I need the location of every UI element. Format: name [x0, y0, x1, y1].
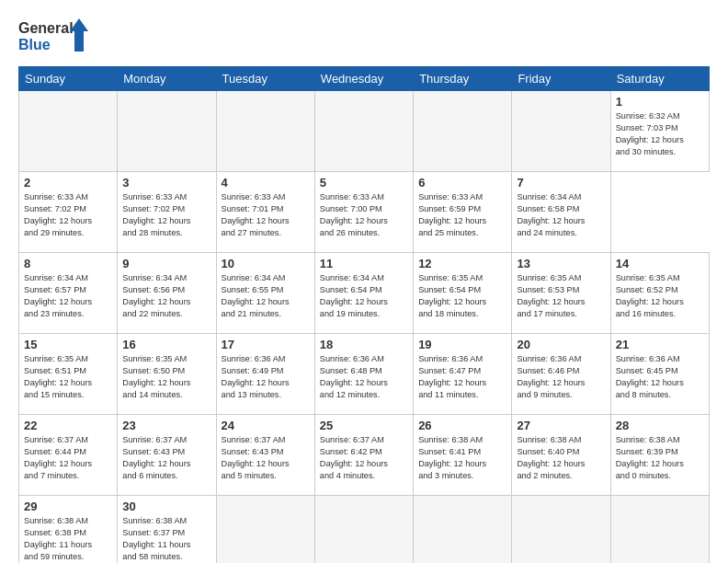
day-number: 16	[122, 338, 210, 351]
day-info: Sunrise: 6:37 AM Sunset: 6:43 PM Dayligh…	[222, 434, 310, 482]
calendar-cell: 8Sunrise: 6:34 AM Sunset: 6:57 PM Daylig…	[19, 253, 118, 334]
calendar-cell: 4Sunrise: 6:33 AM Sunset: 7:01 PM Daylig…	[216, 172, 314, 253]
day-info: Sunrise: 6:37 AM Sunset: 6:44 PM Dayligh…	[24, 434, 112, 482]
day-info: Sunrise: 6:33 AM Sunset: 6:59 PM Dayligh…	[418, 191, 506, 239]
day-number: 7	[517, 176, 605, 190]
day-number: 26	[418, 419, 506, 432]
day-info: Sunrise: 6:36 AM Sunset: 6:47 PM Dayligh…	[418, 353, 506, 401]
day-number: 30	[122, 500, 210, 513]
day-info: Sunrise: 6:34 AM Sunset: 6:57 PM Dayligh…	[24, 272, 112, 320]
calendar-cell: 24Sunrise: 6:37 AM Sunset: 6:43 PM Dayli…	[216, 415, 314, 496]
week-row-4: 22Sunrise: 6:37 AM Sunset: 6:44 PM Dayli…	[19, 415, 710, 496]
day-info: Sunrise: 6:33 AM Sunset: 7:02 PM Dayligh…	[122, 191, 210, 239]
day-number: 27	[517, 419, 605, 432]
calendar-cell: 18Sunrise: 6:36 AM Sunset: 6:48 PM Dayli…	[314, 334, 413, 415]
day-number: 22	[24, 419, 112, 432]
day-info: Sunrise: 6:38 AM Sunset: 6:38 PM Dayligh…	[24, 515, 112, 563]
day-number: 9	[122, 257, 210, 270]
calendar-cell: 6Sunrise: 6:33 AM Sunset: 6:59 PM Daylig…	[414, 172, 512, 253]
week-row-3: 15Sunrise: 6:35 AM Sunset: 6:51 PM Dayli…	[19, 334, 710, 415]
day-info: Sunrise: 6:34 AM Sunset: 6:54 PM Dayligh…	[320, 272, 408, 320]
day-info: Sunrise: 6:38 AM Sunset: 6:40 PM Dayligh…	[517, 434, 605, 482]
calendar-cell: 12Sunrise: 6:35 AM Sunset: 6:54 PM Dayli…	[414, 253, 512, 334]
calendar-cell: 19Sunrise: 6:36 AM Sunset: 6:47 PM Dayli…	[414, 334, 512, 415]
day-number: 23	[122, 419, 210, 432]
calendar-cell	[512, 496, 610, 564]
calendar-cell	[414, 91, 512, 172]
day-info: Sunrise: 6:33 AM Sunset: 7:01 PM Dayligh…	[222, 191, 310, 239]
day-info: Sunrise: 6:38 AM Sunset: 6:41 PM Dayligh…	[418, 434, 506, 482]
page: General Blue Sunday Monday Tuesday Wedne…	[0, 0, 728, 563]
day-info: Sunrise: 6:38 AM Sunset: 6:37 PM Dayligh…	[122, 515, 210, 563]
week-row-2: 8Sunrise: 6:34 AM Sunset: 6:57 PM Daylig…	[19, 253, 710, 334]
calendar-cell: 2Sunrise: 6:33 AM Sunset: 7:02 PM Daylig…	[19, 172, 118, 253]
day-number: 19	[418, 338, 506, 351]
calendar-cell	[314, 91, 413, 172]
day-number: 6	[418, 176, 506, 190]
day-info: Sunrise: 6:34 AM Sunset: 6:55 PM Dayligh…	[222, 272, 310, 320]
day-info: Sunrise: 6:37 AM Sunset: 6:43 PM Dayligh…	[122, 434, 210, 482]
day-number: 14	[616, 257, 704, 270]
col-wednesday: Wednesday	[314, 67, 413, 91]
calendar-cell	[314, 496, 413, 564]
day-info: Sunrise: 6:32 AM Sunset: 7:03 PM Dayligh…	[616, 110, 704, 158]
calendar-cell: 16Sunrise: 6:35 AM Sunset: 6:50 PM Dayli…	[118, 334, 216, 415]
day-number: 24	[222, 419, 310, 432]
day-info: Sunrise: 6:35 AM Sunset: 6:54 PM Dayligh…	[418, 272, 506, 320]
day-number: 3	[122, 176, 210, 190]
calendar-cell	[216, 91, 314, 172]
day-info: Sunrise: 6:33 AM Sunset: 7:00 PM Dayligh…	[320, 191, 408, 239]
calendar-cell	[512, 91, 610, 172]
logo-svg: General Blue	[18, 17, 92, 57]
svg-text:General: General	[18, 20, 74, 36]
day-number: 18	[320, 338, 408, 351]
day-info: Sunrise: 6:36 AM Sunset: 6:46 PM Dayligh…	[517, 353, 605, 401]
day-info: Sunrise: 6:35 AM Sunset: 6:51 PM Dayligh…	[24, 353, 112, 401]
logo: General Blue	[18, 17, 92, 57]
day-number: 29	[24, 500, 112, 513]
calendar-table: Sunday Monday Tuesday Wednesday Thursday…	[18, 66, 710, 563]
calendar-cell: 26Sunrise: 6:38 AM Sunset: 6:41 PM Dayli…	[414, 415, 512, 496]
week-row-5: 29Sunrise: 6:38 AM Sunset: 6:38 PM Dayli…	[19, 496, 710, 564]
day-number: 28	[616, 419, 704, 432]
calendar-cell	[610, 496, 709, 564]
calendar-cell: 23Sunrise: 6:37 AM Sunset: 6:43 PM Dayli…	[118, 415, 216, 496]
day-number: 11	[320, 257, 408, 270]
day-number: 15	[24, 338, 112, 351]
calendar-cell: 13Sunrise: 6:35 AM Sunset: 6:53 PM Dayli…	[512, 253, 610, 334]
calendar-cell: 9Sunrise: 6:34 AM Sunset: 6:56 PM Daylig…	[118, 253, 216, 334]
day-info: Sunrise: 6:34 AM Sunset: 6:56 PM Dayligh…	[122, 272, 210, 320]
calendar-cell: 14Sunrise: 6:35 AM Sunset: 6:52 PM Dayli…	[610, 253, 709, 334]
day-info: Sunrise: 6:33 AM Sunset: 7:02 PM Dayligh…	[24, 191, 112, 239]
calendar-cell	[118, 91, 216, 172]
col-sunday: Sunday	[19, 67, 118, 91]
svg-text:Blue: Blue	[18, 37, 51, 52]
calendar-cell: 17Sunrise: 6:36 AM Sunset: 6:49 PM Dayli…	[216, 334, 314, 415]
calendar-cell: 25Sunrise: 6:37 AM Sunset: 6:42 PM Dayli…	[314, 415, 413, 496]
calendar-cell: 5Sunrise: 6:33 AM Sunset: 7:00 PM Daylig…	[314, 172, 413, 253]
day-info: Sunrise: 6:36 AM Sunset: 6:45 PM Dayligh…	[616, 353, 704, 401]
col-tuesday: Tuesday	[216, 67, 314, 91]
day-number: 20	[517, 338, 605, 351]
col-friday: Friday	[512, 67, 610, 91]
col-saturday: Saturday	[610, 67, 709, 91]
header-row: Sunday Monday Tuesday Wednesday Thursday…	[19, 67, 710, 91]
day-info: Sunrise: 6:35 AM Sunset: 6:53 PM Dayligh…	[517, 272, 605, 320]
col-monday: Monday	[118, 67, 216, 91]
calendar-cell: 21Sunrise: 6:36 AM Sunset: 6:45 PM Dayli…	[610, 334, 709, 415]
day-number: 17	[222, 338, 310, 351]
day-number: 13	[517, 257, 605, 270]
calendar-cell: 3Sunrise: 6:33 AM Sunset: 7:02 PM Daylig…	[118, 172, 216, 253]
day-info: Sunrise: 6:35 AM Sunset: 6:52 PM Dayligh…	[616, 272, 704, 320]
calendar-cell: 29Sunrise: 6:38 AM Sunset: 6:38 PM Dayli…	[19, 496, 118, 564]
day-number: 5	[320, 176, 408, 190]
day-number: 2	[24, 176, 112, 190]
day-info: Sunrise: 6:35 AM Sunset: 6:50 PM Dayligh…	[122, 353, 210, 401]
week-row-0: 1Sunrise: 6:32 AM Sunset: 7:03 PM Daylig…	[19, 91, 710, 172]
day-info: Sunrise: 6:34 AM Sunset: 6:58 PM Dayligh…	[517, 191, 605, 239]
day-number: 8	[24, 257, 112, 270]
week-row-1: 2Sunrise: 6:33 AM Sunset: 7:02 PM Daylig…	[19, 172, 710, 253]
day-number: 25	[320, 419, 408, 432]
day-number: 10	[222, 257, 310, 270]
day-info: Sunrise: 6:38 AM Sunset: 6:39 PM Dayligh…	[616, 434, 704, 482]
